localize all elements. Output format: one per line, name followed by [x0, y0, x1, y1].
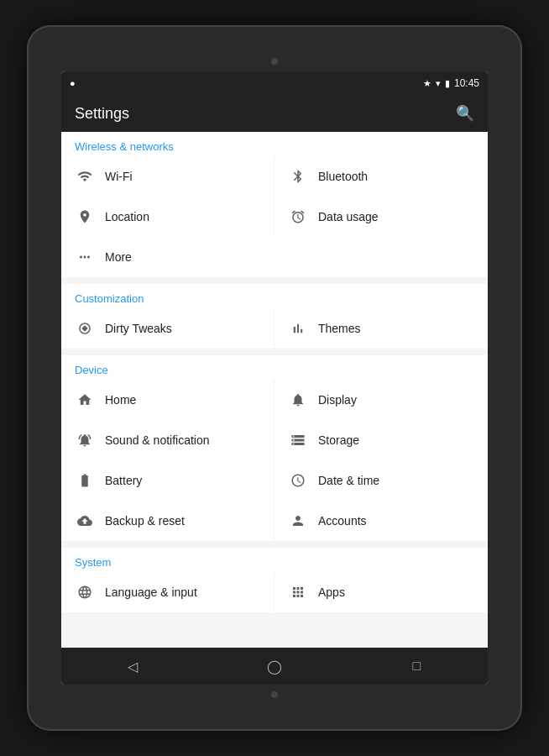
- indicator-icon: ●: [70, 78, 76, 88]
- recents-button[interactable]: □: [400, 649, 433, 683]
- storage-label: Storage: [318, 433, 474, 447]
- customization-header: Customization: [61, 284, 488, 308]
- apps-col: Apps: [274, 572, 488, 612]
- sound-storage-row: Sound & notification Storage: [61, 420, 488, 460]
- backup-label: Backup & reset: [105, 514, 260, 528]
- apps-icon: [288, 582, 308, 602]
- wifi-status-icon: ▾: [436, 78, 441, 89]
- backup-col: Backup & reset: [61, 501, 274, 541]
- battery-status-icon: ▮: [445, 78, 450, 89]
- data-usage-icon: [288, 207, 308, 227]
- bluetooth-item[interactable]: Bluetooth: [274, 156, 488, 197]
- datetime-item[interactable]: Date & time: [274, 460, 488, 501]
- device-card: Device Home: [61, 355, 488, 541]
- accounts-col: Accounts: [274, 501, 488, 541]
- app-bar: Settings 🔍: [61, 95, 488, 132]
- dirty-tweaks-icon: [75, 318, 95, 339]
- location-icon: [75, 207, 95, 227]
- storage-icon: [288, 430, 308, 450]
- wifi-icon: [75, 166, 95, 186]
- themes-icon: [288, 318, 308, 339]
- data-usage-col: Data usage: [274, 197, 488, 237]
- battery-item[interactable]: Battery: [61, 460, 274, 501]
- star-icon: ★: [423, 78, 431, 89]
- language-icon: [75, 582, 95, 602]
- datetime-col: Date & time: [274, 460, 488, 501]
- datetime-label: Date & time: [318, 474, 474, 487]
- search-button[interactable]: 🔍: [456, 104, 474, 123]
- home-button[interactable]: ◯: [258, 649, 291, 683]
- tweaks-themes-row: Dirty Tweaks Themes: [61, 308, 488, 349]
- bottom-dot: [271, 691, 278, 698]
- nav-bar: ◁ ◯ □: [61, 648, 488, 685]
- storage-col: Storage: [274, 420, 488, 460]
- device-header: Device: [61, 355, 488, 380]
- accounts-label: Accounts: [318, 514, 474, 528]
- data-usage-label: Data usage: [318, 210, 474, 223]
- language-col: Language & input: [61, 572, 274, 612]
- backup-accounts-row: Backup & reset Accounts: [61, 501, 488, 541]
- display-item[interactable]: Display: [274, 380, 488, 420]
- backup-icon: [75, 511, 95, 531]
- wifi-col: Wi-Fi: [61, 156, 274, 197]
- bluetooth-label: Bluetooth: [318, 170, 474, 183]
- more-label: More: [105, 250, 474, 264]
- data-usage-item[interactable]: Data usage: [274, 197, 488, 237]
- battery-label: Battery: [105, 474, 260, 487]
- accounts-item[interactable]: Accounts: [274, 501, 488, 541]
- camera-dot: [271, 58, 278, 65]
- location-col: Location: [61, 197, 274, 237]
- themes-col: Themes: [274, 308, 488, 349]
- storage-item[interactable]: Storage: [274, 420, 488, 460]
- display-label: Display: [318, 393, 474, 407]
- display-col: Display: [274, 380, 488, 420]
- wifi-item[interactable]: Wi-Fi: [61, 156, 274, 197]
- back-button[interactable]: ◁: [116, 649, 149, 683]
- home-display-row: Home Display: [61, 380, 488, 420]
- status-left: ●: [70, 78, 76, 88]
- display-icon: [288, 390, 308, 410]
- battery-icon: [75, 470, 95, 491]
- location-data-row: Location Data usage: [61, 197, 488, 237]
- more-item[interactable]: More: [61, 237, 488, 277]
- wireless-card: Wireless & networks Wi-Fi: [61, 132, 488, 277]
- home-item[interactable]: Home: [61, 380, 274, 420]
- battery-datetime-row: Battery Date & time: [61, 460, 488, 501]
- more-icon: [75, 247, 95, 267]
- apps-label: Apps: [318, 585, 474, 599]
- apps-item[interactable]: Apps: [274, 572, 488, 612]
- language-apps-row: Language & input Apps: [61, 572, 488, 612]
- settings-content: Wireless & networks Wi-Fi: [61, 132, 488, 648]
- home-label: Home: [105, 393, 260, 407]
- dirty-tweaks-item[interactable]: Dirty Tweaks: [61, 308, 274, 349]
- accounts-icon: [288, 511, 308, 531]
- bluetooth-col: Bluetooth: [274, 156, 488, 197]
- dirty-tweaks-label: Dirty Tweaks: [105, 322, 260, 335]
- wifi-bluetooth-row: Wi-Fi Bluetooth: [61, 156, 488, 197]
- customization-card: Customization Dirty Tweaks: [61, 284, 488, 349]
- clock: 10:45: [454, 77, 479, 89]
- wireless-header: Wireless & networks: [61, 132, 488, 156]
- backup-item[interactable]: Backup & reset: [61, 501, 274, 541]
- bluetooth-icon: [288, 166, 308, 186]
- home-icon: [75, 390, 95, 410]
- tablet-device: ● ★ ▾ ▮ 10:45 Settings 🔍 Wireless & netw…: [27, 25, 522, 731]
- app-title: Settings: [75, 105, 129, 123]
- sound-icon: [75, 430, 95, 450]
- location-item[interactable]: Location: [61, 197, 274, 237]
- language-item[interactable]: Language & input: [61, 572, 274, 612]
- tablet-screen: ● ★ ▾ ▮ 10:45 Settings 🔍 Wireless & netw…: [61, 71, 488, 685]
- system-card: System Language & input: [61, 548, 488, 612]
- battery-col: Battery: [61, 460, 274, 501]
- location-label: Location: [105, 210, 260, 223]
- sound-label: Sound & notification: [105, 433, 260, 447]
- datetime-icon: [288, 470, 308, 491]
- sound-col: Sound & notification: [61, 420, 274, 460]
- dirty-tweaks-col: Dirty Tweaks: [61, 308, 274, 349]
- themes-item[interactable]: Themes: [274, 308, 488, 349]
- system-header: System: [61, 548, 488, 572]
- home-col: Home: [61, 380, 274, 420]
- sound-item[interactable]: Sound & notification: [61, 420, 274, 460]
- language-label: Language & input: [105, 585, 260, 599]
- status-right: ★ ▾ ▮ 10:45: [423, 77, 479, 89]
